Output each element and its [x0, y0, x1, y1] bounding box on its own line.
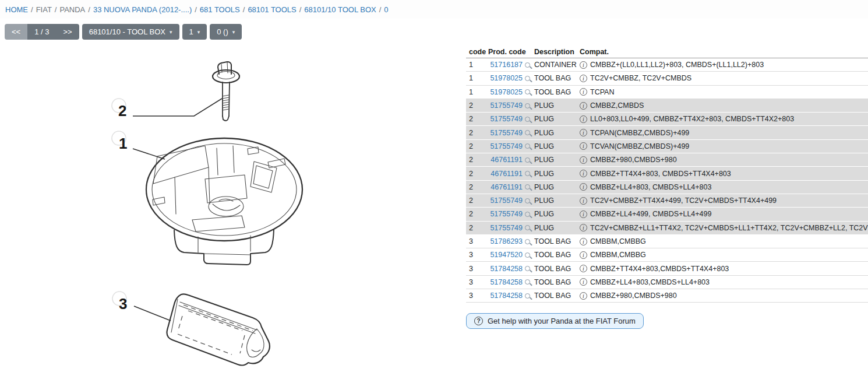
magnifier-icon[interactable] [525, 266, 530, 271]
cell-compat: iTC2V+CMBBZ+TT4X4+499, TC2V+CMBDS+TT4X4+… [578, 196, 868, 205]
screw-drawing [213, 62, 239, 121]
table-row: 151978025TOOL BAGiTC2V+CMBBZ, TC2V+CMBDS [466, 72, 868, 85]
breadcrumb-item[interactable]: 681 TOOLS [200, 5, 240, 14]
magnifier-icon[interactable] [525, 239, 530, 244]
prod-code-link[interactable]: 51755749 [490, 142, 523, 150]
prod-code-link[interactable]: 51755749 [490, 115, 523, 123]
breadcrumb-item[interactable]: HOME [5, 5, 28, 14]
prod-code-link[interactable]: 51755749 [490, 196, 523, 205]
cell-code: 2 [466, 129, 486, 137]
magnifier-icon[interactable] [525, 293, 530, 299]
cell-compat: iLL0+803,LL0+499, CMBBZ+TT4X2+803, CMBDS… [578, 115, 868, 123]
forum-help-button[interactable]: ? Get help with your Panda at the FIAT F… [466, 313, 644, 329]
cell-prod-code: 51784258 [486, 292, 532, 300]
info-icon: i [580, 61, 587, 69]
cell-prod-code: 51755749 [486, 129, 532, 137]
table-row: 251755749PLUGiTC2V+CMBBZ+LL1+TT4X2, TC2V… [466, 222, 868, 235]
magnifier-icon[interactable] [525, 117, 530, 122]
magnifier-icon[interactable] [525, 171, 530, 176]
info-icon: i [580, 210, 587, 218]
header-compat: Compat. [578, 48, 868, 56]
prod-code-link[interactable]: 51755749 [490, 101, 523, 110]
cell-prod-code: 51755749 [486, 115, 532, 123]
cell-code: 2 [466, 115, 486, 123]
table-row: 351784258TOOL BAGiCMBBZ+LL4+803,CMBDS+LL… [466, 276, 868, 289]
magnifier-icon[interactable] [525, 143, 530, 149]
magnifier-icon[interactable] [525, 76, 530, 81]
page-indicator: 1 / 3 [27, 24, 56, 40]
breadcrumb-separator: / [240, 5, 248, 14]
filter-dropdown[interactable]: 0 () ▾ [210, 24, 242, 40]
magnifier-icon[interactable] [525, 62, 530, 68]
prod-code-link[interactable]: 46761191 [491, 156, 523, 164]
prod-code-link[interactable]: 51978025 [490, 88, 523, 96]
cell-prod-code: 51755749 [486, 224, 532, 232]
breadcrumb-item[interactable]: 68101/10 TOOL BOX [304, 5, 376, 14]
compat-text: CMBBM,CMBBG [590, 251, 646, 259]
info-icon: i [580, 88, 587, 96]
prod-code-link[interactable]: 51755749 [490, 224, 523, 232]
prod-code-link[interactable]: 46761191 [491, 183, 523, 191]
magnifier-icon[interactable] [525, 212, 530, 217]
magnifier-icon[interactable] [525, 89, 530, 94]
svg-text:2: 2 [118, 102, 126, 120]
next-page-button[interactable]: >> [56, 24, 79, 40]
cell-prod-code: 46761191 [486, 183, 532, 191]
variant-dropdown[interactable]: 1 ▾ [182, 24, 207, 40]
prod-code-link[interactable]: 51784258 [490, 265, 523, 273]
chevron-down-icon: ▾ [232, 29, 235, 35]
prod-code-link[interactable]: 46761191 [491, 170, 523, 178]
info-icon: i [580, 224, 587, 231]
prod-code-link[interactable]: 51716187 [490, 61, 523, 69]
part-label-3[interactable]: 3 [112, 292, 171, 321]
compat-text: CMBBZ+TT4X4+803,CMBDS+TT4X4+803 [590, 265, 729, 273]
compat-text: CMBBZ+980,CMBDS+980 [590, 292, 677, 300]
magnifier-icon[interactable] [525, 252, 530, 258]
prod-code-link[interactable]: 51755749 [490, 210, 523, 218]
prod-code-link[interactable]: 51947520 [490, 251, 523, 259]
cell-code: 2 [466, 224, 486, 232]
cell-prod-code: 51978025 [486, 74, 532, 82]
cell-code: 2 [466, 183, 486, 191]
table-row: 251755749PLUGiCMBBZ+LL4+499, CMBDS+LL4+4… [466, 208, 868, 221]
chevron-down-icon: ▾ [197, 29, 200, 35]
cell-compat: iTC2V+CMBBZ+LL1+TT4X2, TC2V+CMBDS+LL1+TT… [578, 224, 868, 232]
cell-compat: iCMBBZ+LL4+499, CMBDS+LL4+499 [578, 210, 868, 218]
breadcrumb-separator: / [52, 5, 60, 14]
cell-prod-code: 51978025 [486, 88, 532, 96]
prod-code-link[interactable]: 51786293 [490, 237, 523, 245]
magnifier-icon[interactable] [525, 103, 530, 108]
toolbar: << 1 / 3 >> 68101/10 - TOOL BOX ▾ 1 ▾ 0 … [5, 24, 242, 40]
magnifier-icon[interactable] [525, 157, 530, 163]
prod-code-link[interactable]: 51784258 [490, 292, 523, 300]
prod-code-link[interactable]: 51978025 [490, 74, 523, 82]
magnifier-icon[interactable] [525, 279, 530, 285]
breadcrumb-item[interactable]: 68101 TOOLS [248, 5, 296, 14]
breadcrumb-item[interactable]: 0 [384, 5, 388, 14]
container-drawing [146, 138, 302, 265]
cell-code: 1 [466, 61, 486, 69]
prod-code-link[interactable]: 51784258 [490, 278, 523, 286]
breadcrumb-item[interactable]: 33 NUOVA PANDA (2012-....) [93, 5, 192, 14]
cell-compat: iCMBBZ+980,CMBDS+980 [578, 156, 868, 164]
magnifier-icon[interactable] [525, 198, 530, 203]
magnifier-icon[interactable] [525, 130, 530, 135]
magnifier-icon[interactable] [525, 184, 530, 190]
compat-text: TC2V+CMBBZ+TT4X4+499, TC2V+CMBDS+TT4X4+4… [590, 196, 777, 205]
prev-page-button[interactable]: << [5, 24, 27, 40]
table-row: 251755749PLUGiTCPAN(CMBBZ,CMBDS)+499 [466, 126, 868, 139]
cell-prod-code: 46761191 [486, 156, 532, 164]
cell-prod-code: 51755749 [486, 196, 532, 205]
cell-description: TOOL BAG [532, 88, 578, 96]
table-row: 251755749PLUGiLL0+803,LL0+499, CMBBZ+TT4… [466, 113, 868, 126]
magnifier-icon[interactable] [525, 225, 530, 230]
info-icon: i [580, 142, 587, 150]
part-label-1[interactable]: 1 [112, 131, 165, 159]
prod-code-link[interactable]: 51755749 [490, 129, 523, 137]
part-label-2[interactable]: 2 [112, 99, 222, 120]
table-row: 246761191PLUGiCMBBZ+980,CMBDS+980 [466, 153, 868, 167]
drawing-dropdown[interactable]: 68101/10 - TOOL BOX ▾ [82, 24, 179, 40]
compat-text: CMBBZ+TT4X4+803, CMBDS+TT4X4+803 [590, 170, 731, 178]
cell-description: TOOL BAG [532, 251, 578, 259]
table-row: 246761191PLUGiCMBBZ+LL4+803, CMBDS+LL4+8… [466, 181, 868, 194]
